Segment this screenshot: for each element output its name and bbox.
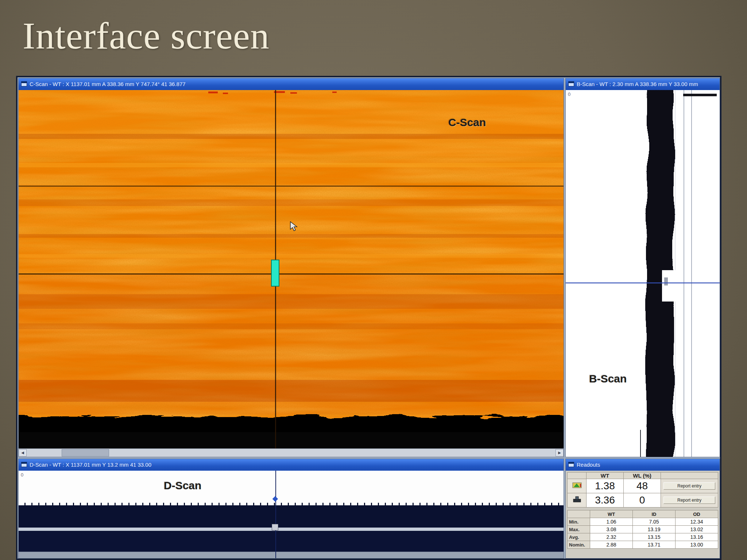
bscan-panel: B-Scan - WT : 2.30 mm A 338.36 mm Y 33.0… — [565, 78, 720, 457]
dscan-titlebar: D-Scan - WT : X 1137.01 mm Y 13.2 mm 41 … — [19, 459, 564, 471]
table-row: Avg. 2.32 13.15 13.16 — [568, 533, 718, 541]
od-cell: 13.00 — [676, 541, 718, 549]
blank-header — [661, 472, 718, 479]
readouts-body: WT WL (%) 1.38 48 Report entry — [566, 471, 720, 558]
id-cell: 13.19 — [633, 526, 676, 533]
table-row: Min. 1.06 7.05 12.34 — [568, 518, 718, 526]
readouts-titlebar: Readouts — [566, 459, 720, 471]
row-label: Min. — [568, 518, 590, 526]
scroll-right-icon[interactable]: ▶ — [556, 449, 564, 456]
table-row: 1.38 48 Report entry — [568, 479, 718, 493]
dscan-titlebar-text: D-Scan - WT : X 1137.01 mm Y 13.2 mm 41 … — [30, 462, 151, 468]
dscan-label: D-Scan — [164, 479, 201, 492]
wt-header: WT — [590, 510, 633, 518]
wl-header: WL (%) — [624, 472, 661, 479]
window-icon — [21, 462, 27, 467]
dscan-cursor-marker — [272, 496, 278, 502]
dscan-divider-strip — [19, 528, 564, 531]
dscan-panel: D-Scan - WT : X 1137.01 mm Y 13.2 mm 41 … — [18, 459, 564, 559]
scroll-left-icon[interactable]: ◀ — [19, 449, 27, 456]
cscan-image[interactable]: C-Scan — [19, 90, 564, 449]
report-entry-cell: Report entry — [661, 493, 718, 508]
dscan-upper-band — [19, 505, 564, 528]
slide: Interface screen C-Scan - WT : X 1137.01… — [0, 0, 747, 560]
application-screenshot: C-Scan - WT : X 1137.01 mm A 338.36 mm Y… — [16, 76, 721, 560]
wt-cell: 2.32 — [590, 533, 633, 541]
bscan-origin-tick: 0 — [568, 92, 570, 97]
bscan-image[interactable]: 0 B-Scan — [566, 90, 720, 457]
measurement-table: WT WL (%) 1.38 48 Report entry — [567, 472, 718, 508]
wt-header: WT — [587, 472, 624, 479]
window-icon — [568, 81, 574, 86]
cscan-panel: C-Scan - WT : X 1137.01 mm A 338.36 mm Y… — [18, 78, 564, 457]
bscan-label: B-Scan — [589, 373, 627, 385]
wt-cell: 1.06 — [590, 518, 633, 526]
window-icon — [21, 81, 27, 86]
od-header: OD — [676, 510, 718, 518]
od-cell: 12.34 — [676, 518, 718, 526]
dscan-crosshair-line — [275, 471, 276, 558]
wt-cell: 2.88 — [590, 541, 633, 549]
wl-value: 48 — [624, 479, 661, 493]
row-label: Avg. — [568, 533, 590, 541]
id-cell: 7.05 — [633, 518, 676, 526]
mouse-cursor — [290, 221, 298, 232]
od-cell: 13.02 — [676, 526, 718, 533]
dscan-image[interactable]: 0 D-Scan — [19, 471, 564, 558]
cscan-label: C-Scan — [448, 116, 486, 129]
dscan-lower-band — [19, 531, 564, 552]
dscan-origin-tick: 0 — [21, 472, 23, 478]
wt-value: 1.38 — [587, 479, 624, 493]
cscan-titlebar: C-Scan - WT : X 1137.01 mm A 338.36 mm Y… — [19, 78, 564, 90]
dscan-status-strip — [19, 552, 564, 558]
wl-value: 0 — [624, 493, 661, 508]
id-cell: 13.71 — [633, 541, 676, 549]
row-label: Nomin. — [568, 541, 590, 549]
id-header: ID — [633, 510, 676, 518]
dscan-gate-marker — [272, 524, 278, 530]
table-row: 3.36 0 Report entry — [568, 493, 718, 508]
cscan-titlebar-text: C-Scan - WT : X 1137.01 mm A 338.36 mm Y… — [30, 81, 186, 87]
report-entry-cell: Report entry — [661, 479, 718, 493]
probe-icon — [568, 493, 587, 508]
od-cell: 13.16 — [676, 533, 718, 541]
window-icon — [568, 462, 574, 467]
gauge-icon — [568, 479, 587, 493]
id-cell: 13.15 — [633, 533, 676, 541]
readouts-panel: Readouts WT WL (%) 1.38 — [565, 459, 720, 559]
blank-header — [568, 510, 590, 518]
table-row: Nomin. 2.88 13.71 13.00 — [568, 541, 718, 549]
scrollbar-thumb[interactable] — [62, 449, 109, 456]
bscan-titlebar: B-Scan - WT : 2.30 mm A 338.36 mm Y 33.0… — [566, 78, 720, 90]
readouts-titlebar-text: Readouts — [577, 462, 600, 468]
report-entry-button[interactable]: Report entry — [663, 482, 716, 490]
row-label: Max. — [568, 526, 590, 533]
cscan-hscrollbar[interactable]: ◀ ▶ — [19, 448, 564, 457]
slide-title: Interface screen — [23, 14, 270, 57]
table-row: Max. 3.08 13.19 13.02 — [568, 526, 718, 533]
wt-value: 3.36 — [587, 493, 624, 508]
cscan-texture — [19, 90, 564, 449]
wt-cell: 3.08 — [590, 526, 633, 533]
bscan-titlebar-text: B-Scan - WT : 2.30 mm A 338.36 mm Y 33.0… — [577, 81, 698, 87]
report-entry-button[interactable]: Report entry — [663, 497, 716, 504]
blank-header — [568, 472, 587, 479]
bscan-profile — [566, 90, 720, 457]
statistics-table: WT ID OD Min. 1.06 7.05 12.34 Max. 3.08 … — [567, 510, 718, 549]
